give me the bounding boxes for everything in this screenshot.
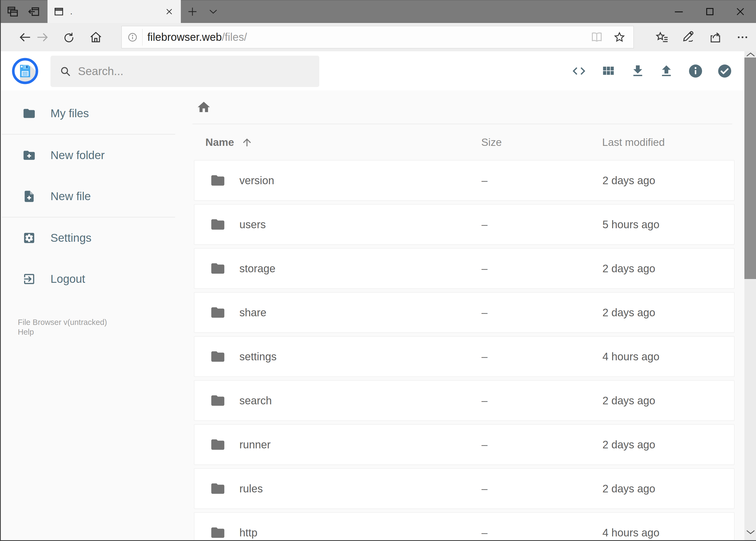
folder-icon (210, 481, 226, 496)
url-path: /files/ (222, 31, 247, 43)
sidebar-item-new-folder[interactable]: New folder (1, 142, 179, 168)
column-header-modified[interactable]: Last modified (602, 136, 665, 149)
hub-star-icon (655, 30, 669, 44)
share-icon (708, 30, 722, 44)
column-header-name[interactable]: Name (205, 136, 253, 149)
file-row-http[interactable]: http – 4 hours ago (194, 512, 734, 541)
folder-plus-icon (22, 149, 36, 162)
row-size: – (481, 219, 487, 231)
sidebar-item-my-files[interactable]: My files (1, 101, 179, 126)
restore-tabs-icon (27, 5, 40, 18)
upload-icon (659, 64, 674, 79)
switch-view-button[interactable] (599, 51, 617, 91)
column-header-size[interactable]: Size (481, 136, 502, 149)
folder-icon (210, 525, 226, 540)
tab-close-icon[interactable] (165, 7, 174, 16)
sidebar-divider (2, 134, 175, 135)
app-logo[interactable] (12, 58, 39, 85)
row-modified: 4 hours ago (603, 527, 659, 539)
minimize-button[interactable] (665, 0, 692, 23)
row-size: – (481, 306, 487, 319)
row-size: – (481, 263, 487, 275)
row-modified: 2 days ago (603, 263, 655, 275)
sidebar-item-settings[interactable]: Settings (1, 225, 179, 251)
forward-button[interactable] (34, 23, 51, 51)
folder-icon (210, 393, 226, 408)
download-button[interactable] (629, 51, 647, 91)
file-row-version[interactable]: version – 2 days ago (194, 160, 734, 201)
file-row-settings[interactable]: settings – 4 hours ago (194, 336, 734, 377)
file-row-users[interactable]: users – 5 hours ago (194, 204, 734, 245)
chevron-down-icon (746, 530, 755, 535)
set-tabs-aside-button[interactable] (6, 0, 20, 23)
column-size-label: Size (481, 136, 502, 148)
row-modified: 2 days ago (603, 175, 655, 187)
row-modified: 2 days ago (603, 306, 655, 319)
file-row-share[interactable]: share – 2 days ago (194, 292, 734, 333)
maximize-button[interactable] (696, 0, 723, 23)
sidebar-item-new-file[interactable]: New file (1, 184, 179, 209)
row-modified: 4 hours ago (603, 350, 659, 363)
scroll-up-button[interactable] (744, 51, 756, 58)
chevron-down-icon (208, 6, 219, 17)
sidebar-item-logout[interactable]: Logout (1, 266, 179, 292)
back-button[interactable] (16, 23, 34, 51)
favorite-star-icon[interactable] (613, 31, 626, 44)
forward-arrow-icon (35, 30, 49, 44)
page-scrollbar[interactable] (744, 51, 756, 541)
upload-button[interactable] (657, 51, 675, 91)
restore-tabs-button[interactable] (27, 0, 41, 23)
refresh-button[interactable] (60, 23, 78, 51)
search-icon (59, 65, 72, 78)
home-button[interactable] (87, 23, 105, 51)
scroll-down-button[interactable] (744, 529, 756, 535)
web-note-button[interactable] (680, 23, 697, 51)
breadcrumb-home[interactable] (196, 100, 211, 115)
url-host: filebrowser.web (147, 31, 222, 43)
plus-icon (187, 6, 198, 17)
row-size: – (481, 527, 487, 539)
file-row-rules[interactable]: rules – 2 days ago (194, 468, 734, 509)
gear-icon (22, 231, 36, 245)
tab-title: . (70, 7, 165, 16)
shell-toggle-button[interactable] (570, 51, 588, 91)
refresh-icon (62, 31, 75, 44)
row-modified: 5 hours ago (603, 219, 659, 231)
logout-icon (22, 272, 36, 286)
close-window-button[interactable] (727, 0, 754, 23)
minimize-icon (673, 6, 685, 18)
back-arrow-icon (18, 30, 32, 44)
search-placeholder: Search... (78, 65, 124, 78)
column-modified-label: Last modified (602, 136, 665, 148)
file-row-search[interactable]: search – 2 days ago (194, 380, 734, 421)
code-brackets-icon (571, 64, 587, 79)
breadcrumb-divider (192, 124, 732, 124)
file-row-storage[interactable]: storage – 2 days ago (194, 248, 734, 289)
folder-icon (22, 107, 36, 120)
hub-button[interactable] (653, 23, 671, 51)
search-input[interactable]: Search... (51, 56, 319, 87)
select-multiple-button[interactable] (715, 51, 734, 91)
new-tab-button[interactable] (186, 0, 199, 23)
address-bar[interactable]: filebrowser.web/files/ (122, 26, 634, 48)
browser-settings-button[interactable] (734, 23, 751, 51)
reading-view-icon[interactable] (590, 31, 603, 44)
tab-preview-button[interactable] (206, 0, 220, 23)
share-button[interactable] (707, 23, 724, 51)
chevron-up-icon (746, 52, 755, 57)
tabs-aside-icon (6, 5, 19, 18)
row-name: http (239, 527, 257, 539)
folder-icon (210, 305, 226, 320)
folder-icon (210, 173, 226, 188)
file-plus-icon (22, 190, 36, 203)
sidebar-item-label: Logout (51, 272, 85, 285)
browser-tab[interactable]: . (48, 0, 181, 23)
scrollbar-thumb[interactable] (744, 58, 756, 279)
file-row-runner[interactable]: runner – 2 days ago (194, 424, 734, 465)
file-info-button[interactable] (686, 51, 705, 91)
site-info-icon[interactable] (127, 32, 138, 43)
row-modified: 2 days ago (603, 395, 655, 407)
check-circle-icon (717, 63, 732, 79)
help-link[interactable]: Help (18, 327, 107, 337)
row-name: search (239, 395, 272, 407)
